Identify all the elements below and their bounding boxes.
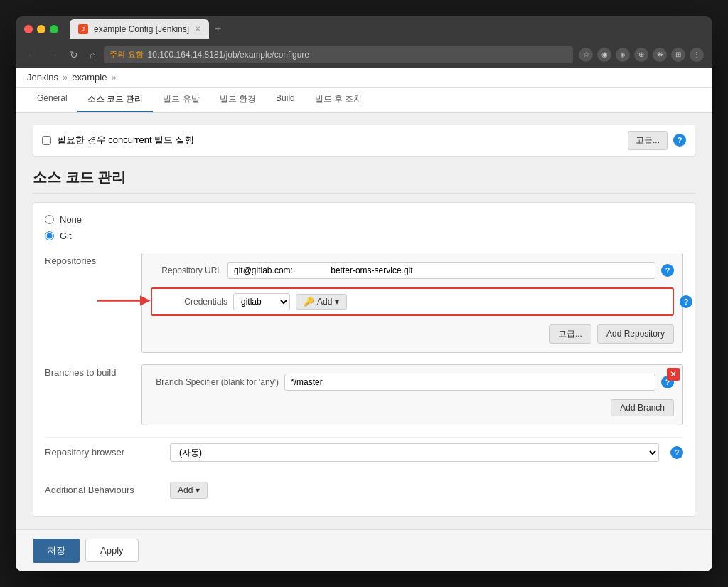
repo-content: Repository URL ? Credentials gitlab xyxy=(141,253,683,353)
tab-build-env[interactable]: 빌드 환경 xyxy=(210,88,266,112)
forward-button[interactable]: → xyxy=(46,48,61,62)
ext-icon3[interactable]: ❋ xyxy=(653,48,667,62)
advanced-repo-btn[interactable]: 고급... xyxy=(549,324,592,344)
save-button[interactable]: 저장 xyxy=(33,539,80,563)
repositories-label: Repositories xyxy=(45,253,130,353)
tab-area: J example Config [Jenkins] ✕ + xyxy=(70,19,704,39)
add-behaviour-chevron: ▾ xyxy=(196,485,200,495)
radio-git-label: Git xyxy=(60,231,72,241)
close-traffic-light[interactable] xyxy=(24,25,33,33)
nav-bar: ← → ↻ ⌂ 주의 요함 10.100.164.14:8181/job/exa… xyxy=(16,42,712,68)
apply-button[interactable]: Apply xyxy=(85,539,139,562)
concurrent-build-row: 필요한 경우 concurrent 빌드 실행 고급... ? xyxy=(33,125,695,157)
branch-specifier-input[interactable] xyxy=(284,374,655,391)
tab-general[interactable]: General xyxy=(27,88,77,112)
reload-button[interactable]: ↻ xyxy=(67,48,81,62)
scm-radio-group: None Git xyxy=(45,214,683,241)
ext-icon1[interactable]: ◈ xyxy=(616,48,630,62)
title-bar: J example Config [Jenkins] ✕ + xyxy=(16,16,712,42)
jenkins-favicon: J xyxy=(78,24,88,34)
branches-label: Branches to build xyxy=(45,364,130,425)
tab-build[interactable]: Build xyxy=(266,88,305,112)
breadcrumb-sep1: » xyxy=(63,72,68,83)
breadcrumb: Jenkins » example » xyxy=(16,68,712,88)
address-bar[interactable]: 주의 요함 10.100.164.14:8181/job/example/con… xyxy=(104,46,573,63)
breadcrumb-sep2: » xyxy=(111,72,116,83)
repo-browser-select[interactable]: (자동) xyxy=(170,443,659,462)
menu-icon[interactable]: ⋮ xyxy=(690,48,704,62)
traffic-lights xyxy=(24,25,58,33)
credentials-help-btn[interactable]: ? xyxy=(680,295,692,308)
bookmark-icon[interactable]: ☆ xyxy=(579,48,593,62)
add-behaviour-btn[interactable]: Add ▾ xyxy=(170,482,208,499)
key-icon: 🔑 xyxy=(304,297,314,307)
page-body: 필요한 경우 concurrent 빌드 실행 고급... ? 소스 코드 관리… xyxy=(16,113,712,571)
scm-section: None Git Repositories Repository URL xyxy=(33,202,695,517)
concurrent-advanced-btn[interactable]: 고급... xyxy=(628,131,668,150)
add-behaviour-label: Add xyxy=(178,485,193,495)
tab-label: example Config [Jenkins] xyxy=(94,24,189,34)
minimize-traffic-light[interactable] xyxy=(37,25,46,33)
repo-browser-section: Repository browser (자동) ? xyxy=(45,437,683,467)
repo-browser-label: Repository browser xyxy=(45,447,159,458)
add-branch-btn[interactable]: Add Branch xyxy=(611,399,674,416)
branches-section: Branches to build ✕ Branch Specifier (bl… xyxy=(45,364,683,425)
ext-icon4[interactable]: ⊞ xyxy=(671,48,685,62)
concurrent-build-checkbox[interactable] xyxy=(42,136,51,145)
scm-section-title: 소스 코드 관리 xyxy=(33,168,695,194)
maximize-traffic-light[interactable] xyxy=(50,25,58,33)
credentials-label: Credentials xyxy=(156,297,228,307)
concurrent-help-btn[interactable]: ? xyxy=(673,134,686,147)
security-warning: 주의 요함 xyxy=(109,49,143,60)
url-text: 10.100.164.14:8181/job/example/configure xyxy=(148,50,310,60)
radio-none: None xyxy=(45,214,683,225)
branch-row: ✕ Branch Specifier (blank for 'any') ? xyxy=(151,374,674,391)
repo-url-label: Repository URL xyxy=(151,265,222,275)
repo-url-row: Repository URL ? xyxy=(151,262,674,279)
add-repo-btn[interactable]: Add Repository xyxy=(597,324,674,344)
repo-url-input[interactable] xyxy=(228,262,655,279)
tab-scm[interactable]: 소스 코드 관리 xyxy=(77,88,154,112)
credentials-select[interactable]: gitlab xyxy=(233,293,290,310)
back-button[interactable]: ← xyxy=(24,48,40,62)
new-tab-button[interactable]: + xyxy=(212,23,224,36)
radio-none-label: None xyxy=(60,214,82,225)
repo-browser-help-btn[interactable]: ? xyxy=(670,446,683,459)
radio-none-input[interactable] xyxy=(45,215,54,224)
config-tabs: General 소스 코드 관리 빌드 유발 빌드 환경 Build 빌드 후 … xyxy=(16,88,712,113)
tab-close-btn[interactable]: ✕ xyxy=(195,25,200,33)
repo-url-help-btn[interactable]: ? xyxy=(661,264,674,277)
branch-content: ✕ Branch Specifier (blank for 'any') ? A… xyxy=(141,364,683,425)
radio-git: Git xyxy=(45,231,683,241)
active-tab[interactable]: J example Config [Jenkins] ✕ xyxy=(70,19,209,39)
branch-delete-btn[interactable]: ✕ xyxy=(667,368,680,381)
additional-behaviours-label: Additional Behaviours xyxy=(45,485,159,495)
additional-behaviours-section: Additional Behaviours Add ▾ xyxy=(45,476,683,504)
tab-post-build[interactable]: 빌드 후 조치 xyxy=(305,88,373,112)
tab-build-triggers[interactable]: 빌드 유발 xyxy=(153,88,209,112)
radio-git-input[interactable] xyxy=(45,231,54,240)
breadcrumb-example[interactable]: example xyxy=(72,72,107,83)
ext-icon2[interactable]: ⊕ xyxy=(634,48,648,62)
footer-bar: 저장 Apply xyxy=(16,529,712,571)
browser-nav-icons: ☆ ◉ ◈ ⊕ ❋ ⊞ ⋮ xyxy=(579,48,704,62)
main-content: Jenkins » example » General 소스 코드 관리 빌드 … xyxy=(16,68,712,571)
repo-actions: 고급... Add Repository xyxy=(151,324,674,344)
home-button[interactable]: ⌂ xyxy=(87,48,98,62)
concurrent-build-label: 필요한 경우 concurrent 빌드 실행 xyxy=(57,134,194,147)
branch-specifier-label: Branch Specifier (blank for 'any') xyxy=(151,377,279,387)
add-btn-label: Add xyxy=(317,297,332,307)
repositories-section: Repositories Repository URL ? Credential… xyxy=(45,253,683,353)
credentials-row: Credentials gitlab 🔑 Add ▾ xyxy=(151,287,674,316)
breadcrumb-jenkins[interactable]: Jenkins xyxy=(27,72,58,83)
sync-icon[interactable]: ◉ xyxy=(597,48,611,62)
add-chevron-icon: ▾ xyxy=(335,297,339,307)
credentials-add-btn[interactable]: 🔑 Add ▾ xyxy=(296,294,347,310)
